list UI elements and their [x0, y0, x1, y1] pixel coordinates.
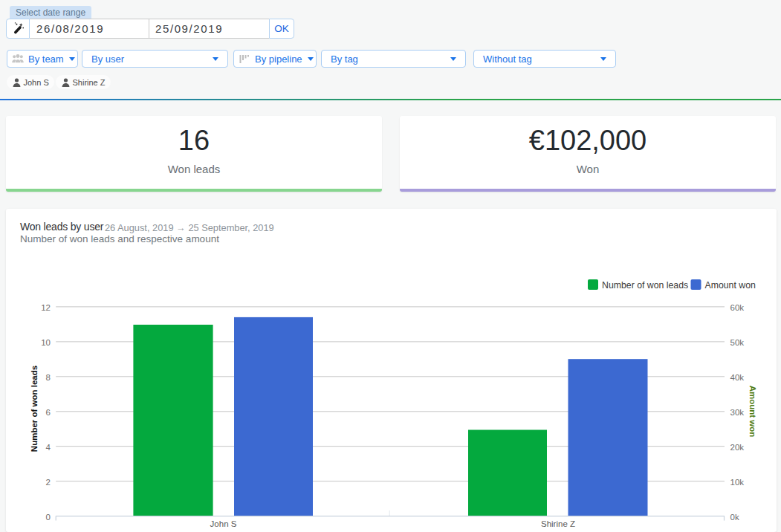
svg-text:40k: 40k: [730, 373, 745, 382]
svg-text:John S: John S: [210, 519, 237, 528]
svg-text:30k: 30k: [730, 408, 745, 417]
svg-text:2: 2: [46, 478, 51, 487]
svg-text:Amount won: Amount won: [748, 386, 757, 438]
svg-text:10: 10: [41, 338, 51, 347]
svg-text:8: 8: [46, 373, 51, 382]
svg-text:50k: 50k: [730, 338, 745, 347]
svg-text:6: 6: [46, 408, 51, 417]
svg-text:10k: 10k: [730, 478, 745, 487]
svg-text:Shirine Z: Shirine Z: [541, 519, 575, 528]
svg-text:Number of won leads: Number of won leads: [30, 366, 39, 452]
svg-text:60k: 60k: [730, 303, 745, 312]
svg-text:20k: 20k: [730, 443, 745, 452]
svg-text:0: 0: [46, 513, 51, 522]
svg-text:Amount won: Amount won: [705, 280, 756, 291]
svg-text:0k: 0k: [730, 513, 739, 522]
svg-text:4: 4: [46, 443, 51, 452]
svg-text:Number of won leads: Number of won leads: [602, 280, 688, 291]
svg-text:12: 12: [41, 303, 51, 312]
